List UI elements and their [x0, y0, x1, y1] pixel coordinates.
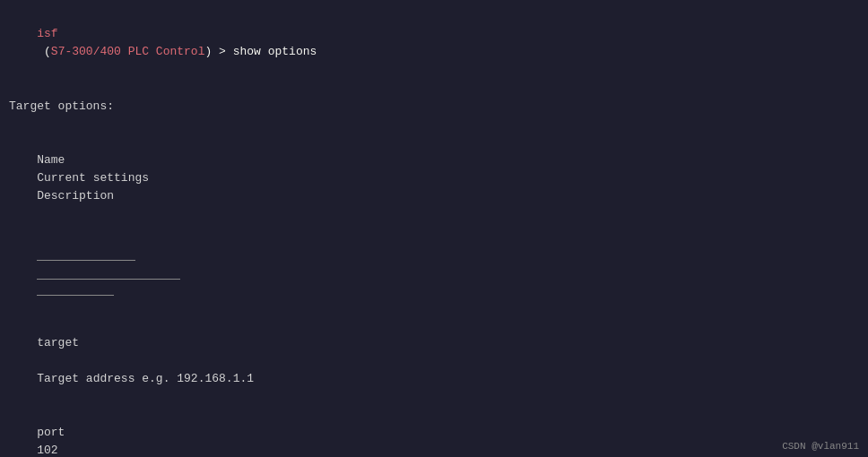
target-desc: Target address e.g. 192.168.1.1: [37, 372, 254, 385]
blank: [9, 80, 859, 98]
target-name: target: [37, 334, 135, 352]
cmd-show-options: isf (S7-300/400 PLC Control) > show opti…: [9, 7, 859, 80]
col-current-header: Current settings: [37, 169, 180, 187]
port-value: 102: [37, 442, 180, 457]
col-desc-header: Description: [37, 189, 114, 203]
watermark: CSDN @vlan911: [782, 441, 859, 452]
port-name: port: [37, 424, 135, 442]
target-options-label: Target options:: [9, 98, 859, 116]
port-row: port 102 Target Port: [9, 406, 859, 457]
module-label: S7-300/400 PLC Control: [51, 45, 205, 58]
prompt-isf: isf: [37, 27, 57, 40]
terminal-window: isf (S7-300/400 PLC Control) > show opti…: [0, 0, 868, 457]
col-name-header: Name: [37, 151, 135, 169]
table-underline-1: [9, 224, 859, 316]
blank: [9, 116, 859, 134]
target-row: target Target address e.g. 192.168.1.1: [9, 315, 859, 406]
table-header-1: Name Current settings Description: [9, 134, 859, 224]
prompt-paren: (: [37, 45, 51, 58]
